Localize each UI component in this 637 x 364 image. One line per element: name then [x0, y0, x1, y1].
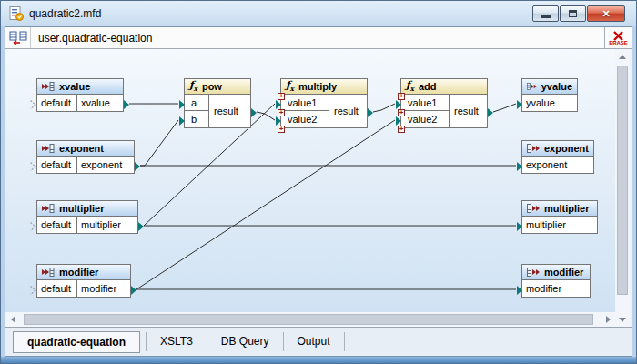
- tab-output[interactable]: Output: [284, 332, 345, 351]
- input-box-multiplier[interactable]: multiplier default multiplier: [36, 200, 138, 234]
- result-cell[interactable]: result: [449, 95, 487, 127]
- param-cell[interactable]: value1: [281, 95, 329, 111]
- tab-db-query[interactable]: DB Query: [207, 332, 284, 351]
- output-connector[interactable]: [135, 162, 140, 171]
- tab-xslt3[interactable]: XSLT3: [146, 332, 207, 351]
- function-box-multiply[interactable]: ƒx multiply value1 value2 result + + +: [280, 78, 368, 128]
- output-connector[interactable]: [131, 286, 136, 295]
- output-box-modifier[interactable]: modifier modifier: [521, 264, 591, 298]
- box-header[interactable]: exponent: [522, 141, 593, 157]
- input-box-exponent[interactable]: exponent default exponent: [36, 140, 135, 174]
- duplicate-input-button[interactable]: +: [398, 126, 405, 133]
- erase-button[interactable]: ERASE: [604, 27, 632, 48]
- input-box-modifier[interactable]: modifier default modifier: [36, 264, 131, 298]
- box-header[interactable]: modifier: [522, 265, 590, 280]
- maximize-button[interactable]: [560, 5, 586, 22]
- box-header[interactable]: multiplier: [522, 201, 597, 217]
- value-cell[interactable]: yvalue: [522, 95, 577, 111]
- param-cell[interactable]: value2: [401, 111, 449, 127]
- box-title: modifier: [59, 267, 98, 278]
- value-cell[interactable]: multiplier: [77, 217, 137, 233]
- mapping-title: user.quadratic-equation: [31, 32, 604, 45]
- value-cell[interactable]: exponent: [522, 157, 593, 173]
- input-connector[interactable]: [517, 162, 522, 171]
- param-cell[interactable]: a: [185, 95, 208, 111]
- connection-modifier-to-add-value2[interactable]: [136, 120, 395, 289]
- param-cell[interactable]: value1: [401, 95, 449, 111]
- box-header[interactable]: ƒx add: [401, 79, 487, 95]
- input-connector[interactable]: [179, 100, 185, 109]
- erase-label: ERASE: [609, 41, 628, 46]
- connection-pow-result-to-multiply-value2[interactable]: [257, 112, 275, 120]
- box-header[interactable]: yvalue: [522, 79, 577, 95]
- scroll-up-button[interactable]: [615, 49, 630, 64]
- value-cell[interactable]: modifier: [522, 280, 590, 297]
- result-connector[interactable]: [251, 108, 257, 117]
- result-cell[interactable]: result: [329, 95, 367, 127]
- box-title: exponent: [544, 143, 589, 154]
- default-cell[interactable]: default: [37, 280, 77, 297]
- value-cell[interactable]: multiplier: [522, 217, 597, 233]
- value-cell[interactable]: xvalue: [77, 95, 123, 111]
- output-box-yvalue[interactable]: yvalue yvalue: [521, 78, 578, 112]
- default-input-connector[interactable]: [29, 285, 37, 296]
- close-button[interactable]: ✕: [587, 5, 625, 22]
- result-connector[interactable]: [488, 108, 493, 117]
- horizontal-scroll-thumb[interactable]: [24, 314, 593, 325]
- scroll-down-button[interactable]: [615, 312, 630, 327]
- output-icon: [527, 204, 540, 213]
- scroll-left-button[interactable]: [5, 312, 20, 327]
- default-input-connector[interactable]: [29, 161, 37, 172]
- function-icon: ƒx: [406, 79, 414, 93]
- scroll-right-icon: [606, 316, 611, 323]
- function-box-add[interactable]: ƒx add value1 value2 result + + +: [400, 78, 488, 128]
- box-header[interactable]: exponent: [37, 141, 134, 157]
- box-header[interactable]: modifier: [37, 265, 130, 280]
- vertical-scrollbar[interactable]: [615, 49, 630, 327]
- default-cell[interactable]: default: [37, 157, 77, 173]
- input-connector[interactable]: [179, 116, 185, 126]
- duplicate-input-button[interactable]: +: [278, 109, 285, 116]
- duplicate-input-button[interactable]: +: [278, 126, 285, 133]
- result-cell[interactable]: result: [208, 95, 250, 127]
- output-box-exponent[interactable]: exponent exponent: [521, 140, 594, 174]
- output-connector[interactable]: [124, 100, 129, 109]
- connection-exponent-to-pow-b[interactable]: [140, 120, 178, 166]
- duplicate-input-button[interactable]: +: [398, 93, 405, 100]
- application-window: quadratic2.mfd ✕ user.quadratic-eq: [0, 0, 637, 364]
- minimize-button[interactable]: [532, 5, 559, 22]
- box-header[interactable]: multiplier: [37, 201, 137, 217]
- param-cell[interactable]: b: [185, 111, 208, 127]
- output-box-multiplier[interactable]: multiplier multiplier: [521, 200, 598, 234]
- default-cell[interactable]: default: [37, 95, 77, 111]
- connection-multiply-result-to-add-value1[interactable]: [373, 104, 395, 112]
- tab-quadratic-equation[interactable]: quadratic-equation: [13, 331, 140, 353]
- connection-add-result-to-yvalue[interactable]: [493, 104, 516, 112]
- default-input-connector[interactable]: [29, 221, 37, 232]
- box-header[interactable]: ƒx multiply: [281, 79, 367, 95]
- output-connector[interactable]: [138, 222, 144, 231]
- duplicate-input-button[interactable]: +: [278, 93, 285, 100]
- param-cell[interactable]: value2: [281, 111, 329, 127]
- box-header[interactable]: ƒx pow: [185, 79, 250, 95]
- input-connector[interactable]: [517, 286, 522, 295]
- input-connector[interactable]: [517, 222, 522, 231]
- duplicate-input-button[interactable]: +: [398, 109, 405, 116]
- box-header[interactable]: xvalue: [37, 79, 123, 95]
- maximize-icon: [569, 10, 577, 17]
- titlebar[interactable]: quadratic2.mfd ✕: [1, 1, 636, 26]
- input-connector[interactable]: [517, 100, 522, 109]
- function-box-pow[interactable]: ƒx pow a b result: [184, 78, 251, 128]
- default-input-connector[interactable]: [29, 99, 37, 110]
- result-connector[interactable]: [368, 108, 373, 117]
- value-cell[interactable]: modifier: [77, 280, 130, 297]
- function-icon: ƒx: [286, 79, 294, 93]
- box-title: yvalue: [541, 81, 572, 92]
- vertical-scroll-thumb[interactable]: [617, 66, 628, 295]
- mapping-canvas[interactable]: xvalue default xvalue exponent default e…: [5, 49, 615, 312]
- scroll-right-button[interactable]: [601, 312, 615, 327]
- default-cell[interactable]: default: [37, 217, 77, 233]
- value-cell[interactable]: exponent: [77, 157, 134, 173]
- input-box-xvalue[interactable]: xvalue default xvalue: [36, 78, 124, 112]
- horizontal-scrollbar[interactable]: [5, 312, 615, 327]
